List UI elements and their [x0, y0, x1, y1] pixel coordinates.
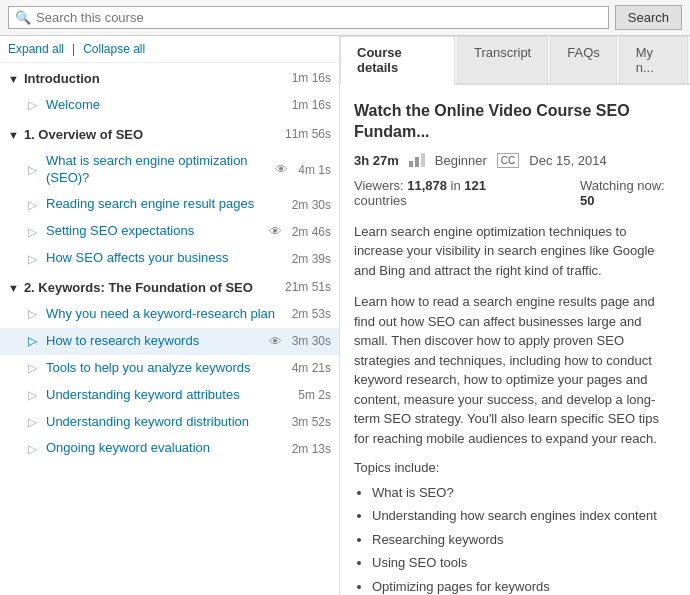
sidebar-content: ▼ Introduction 1m 16s ▷ Welcome 1m 16s ▼…: [0, 63, 339, 595]
watching-count: 50: [580, 193, 594, 208]
lesson-welcome[interactable]: ▷ Welcome 1m 16s: [0, 92, 339, 119]
course-duration: 3h 27m: [354, 153, 399, 168]
sidebar-divider: |: [72, 42, 75, 56]
keywords-arrow-icon: ▼: [8, 282, 19, 294]
lesson-serp-link[interactable]: Reading search engine result pages: [46, 196, 282, 213]
lesson-attrs-duration: 5m 2s: [298, 388, 331, 402]
intro-arrow-icon: ▼: [8, 73, 19, 85]
course-details-panel: Watch the Online Video Course SEO Fundam…: [340, 85, 690, 595]
lesson-reading-serp[interactable]: ▷ Reading search engine result pages 2m …: [0, 191, 339, 218]
viewers-count: 11,878: [407, 178, 447, 193]
lesson-attrs-link[interactable]: Understanding keyword attributes: [46, 387, 288, 404]
keywords-duration: 21m 51s: [285, 280, 331, 294]
bookmark-icon: ▷: [28, 98, 40, 112]
lesson-dist-link[interactable]: Understanding keyword distribution: [46, 414, 282, 431]
lesson-what-is-seo[interactable]: ▷ What is search engine optimization (SE…: [0, 148, 339, 192]
lesson-tools-link[interactable]: Tools to help you analyze keywords: [46, 360, 282, 377]
sidebar-controls: Expand all | Collapse all: [0, 36, 339, 63]
lesson-plan-duration: 2m 53s: [292, 307, 331, 321]
lesson-research-keywords[interactable]: ▷ How to research keywords 👁 3m 30s: [0, 328, 339, 355]
lesson-ongoing-link[interactable]: Ongoing keyword evaluation: [46, 440, 282, 457]
lesson-seo-duration: 4m 1s: [298, 163, 331, 177]
course-desc1: Learn search engine optimization techniq…: [354, 222, 676, 281]
intro-duration: 1m 16s: [292, 71, 331, 85]
search-input[interactable]: [36, 10, 602, 25]
course-date: Dec 15, 2014: [529, 153, 606, 168]
section-keywords[interactable]: ▼ 2. Keywords: The Foundation of SEO 21m…: [0, 272, 339, 301]
lesson-research-duration: 3m 30s: [292, 334, 331, 348]
lesson-expectations-link[interactable]: Setting SEO expectations: [46, 223, 263, 240]
lesson-ongoing-duration: 2m 13s: [292, 442, 331, 456]
lesson-how-seo-link[interactable]: How SEO affects your business: [46, 250, 282, 267]
list-item: Optimizing pages for keywords: [372, 575, 676, 595]
lesson-welcome-duration: 1m 16s: [292, 98, 331, 112]
list-item: What is SEO?: [372, 481, 676, 504]
intro-title: Introduction: [24, 71, 284, 88]
bar1: [409, 161, 413, 167]
topics-list: What is SEO? Understanding how search en…: [354, 481, 676, 595]
bookmark-icon-tools: ▷: [28, 361, 40, 375]
search-button[interactable]: Search: [615, 5, 682, 30]
bookmark-icon-seo: ▷: [28, 163, 40, 177]
lesson-expectations[interactable]: ▷ Setting SEO expectations 👁 2m 46s: [0, 218, 339, 245]
bookmark-icon-plan: ▷: [28, 307, 40, 321]
viewers-text: Viewers: 11,878 in 121 countries: [354, 178, 530, 208]
content-area: Course details Transcript FAQs My n... W…: [340, 36, 690, 595]
collapse-all-link[interactable]: Collapse all: [83, 42, 145, 56]
lesson-keyword-distribution[interactable]: ▷ Understanding keyword distribution 3m …: [0, 409, 339, 436]
lesson-seo-link[interactable]: What is search engine optimization (SEO)…: [46, 153, 269, 187]
expand-all-link[interactable]: Expand all: [8, 42, 64, 56]
bar3: [421, 153, 425, 167]
eye-icon-seo: 👁: [275, 162, 288, 177]
lesson-welcome-link[interactable]: Welcome: [46, 97, 282, 114]
course-title: Watch the Online Video Course SEO Fundam…: [354, 101, 676, 143]
lesson-keyword-plan[interactable]: ▷ Why you need a keyword-research plan 2…: [0, 301, 339, 328]
list-item: Understanding how search engines index c…: [372, 504, 676, 527]
tab-my-notes[interactable]: My n...: [619, 36, 688, 83]
course-meta: 3h 27m Beginner CC Dec 15, 2014: [354, 153, 676, 168]
course-level: Beginner: [435, 153, 487, 168]
lesson-ongoing-evaluation[interactable]: ▷ Ongoing keyword evaluation 2m 13s: [0, 435, 339, 462]
eye-icon-research: 👁: [269, 334, 282, 349]
bookmark-icon-attrs: ▷: [28, 388, 40, 402]
eye-icon-exp: 👁: [269, 224, 282, 239]
level-bars: [409, 153, 425, 167]
search-icon: 🔍: [15, 10, 31, 25]
lesson-keyword-attributes[interactable]: ▷ Understanding keyword attributes 5m 2s: [0, 382, 339, 409]
main-layout: Expand all | Collapse all ▼ Introduction…: [0, 36, 690, 595]
bookmark-icon-how: ▷: [28, 252, 40, 266]
lesson-plan-link[interactable]: Why you need a keyword-research plan: [46, 306, 282, 323]
tab-transcript[interactable]: Transcript: [457, 36, 548, 83]
lesson-tools-duration: 4m 21s: [292, 361, 331, 375]
search-bar: 🔍 Search: [0, 0, 690, 36]
lesson-how-duration: 2m 39s: [292, 252, 331, 266]
search-input-wrap: 🔍: [8, 6, 609, 29]
overview-duration: 11m 56s: [285, 127, 331, 141]
viewers-row: Viewers: 11,878 in 121 countries Watchin…: [354, 178, 676, 208]
bookmark-icon-dist: ▷: [28, 415, 40, 429]
caption-icon: CC: [497, 153, 519, 168]
keywords-title: 2. Keywords: The Foundation of SEO: [24, 280, 277, 297]
viewers-countries: 121: [464, 178, 486, 193]
lesson-dist-duration: 3m 52s: [292, 415, 331, 429]
topics-intro: Topics include:: [354, 460, 676, 475]
tab-course-details[interactable]: Course details: [340, 36, 455, 85]
overview-arrow-icon: ▼: [8, 129, 19, 141]
bookmark-icon-research: ▷: [28, 334, 40, 348]
section-overview[interactable]: ▼ 1. Overview of SEO 11m 56s: [0, 119, 339, 148]
tab-faqs[interactable]: FAQs: [550, 36, 617, 83]
course-desc2: Learn how to read a search engine result…: [354, 292, 676, 448]
sidebar: Expand all | Collapse all ▼ Introduction…: [0, 36, 340, 595]
lesson-exp-duration: 2m 46s: [292, 225, 331, 239]
bookmark-icon-serp: ▷: [28, 198, 40, 212]
lesson-serp-duration: 2m 30s: [292, 198, 331, 212]
bar2: [415, 157, 419, 167]
bookmark-icon-ongoing: ▷: [28, 442, 40, 456]
list-item: Using SEO tools: [372, 551, 676, 574]
watching-now-text: Watching now: 50: [580, 178, 676, 208]
lesson-tools-analyze[interactable]: ▷ Tools to help you analyze keywords 4m …: [0, 355, 339, 382]
lesson-research-link[interactable]: How to research keywords: [46, 333, 263, 350]
section-intro[interactable]: ▼ Introduction 1m 16s: [0, 63, 339, 92]
list-item: Researching keywords: [372, 528, 676, 551]
lesson-how-seo[interactable]: ▷ How SEO affects your business 2m 39s: [0, 245, 339, 272]
